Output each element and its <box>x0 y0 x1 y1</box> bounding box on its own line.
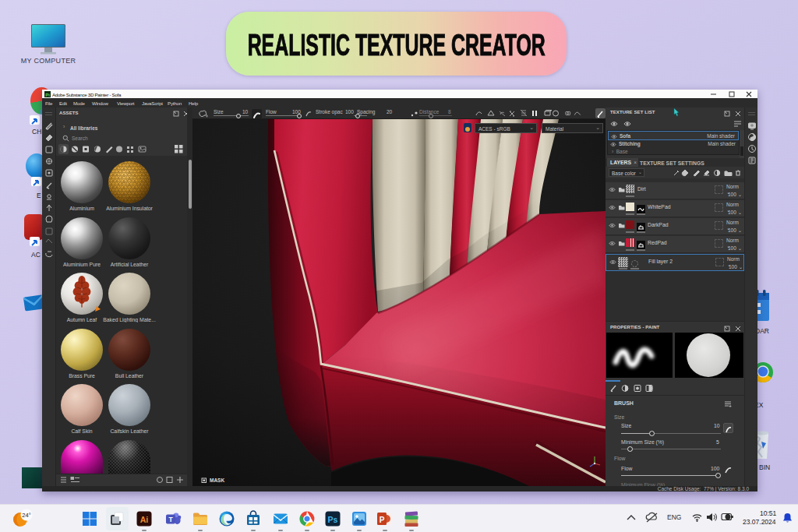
svg-text:T: T <box>168 516 173 523</box>
svg-text:Ai: Ai <box>140 515 149 524</box>
svg-text:P: P <box>380 516 385 524</box>
svg-text:Pi: Pi <box>45 92 50 97</box>
svg-text:24°: 24° <box>22 512 30 519</box>
svg-text:Ps: Ps <box>328 515 338 524</box>
